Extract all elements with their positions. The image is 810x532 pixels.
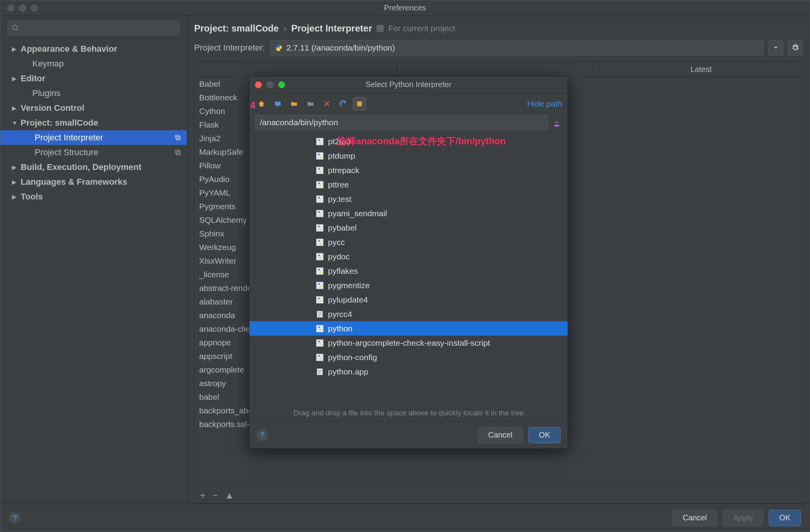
- ok-button[interactable]: OK: [769, 510, 801, 526]
- file-item[interactable]: pycc: [249, 235, 568, 249]
- file-item[interactable]: pyflakes: [249, 264, 568, 278]
- remove-package-button[interactable]: −: [212, 490, 218, 501]
- file-item[interactable]: pybabel: [249, 220, 568, 235]
- file-name: pylupdate4: [328, 295, 368, 304]
- search-input[interactable]: [7, 21, 180, 35]
- sidebar-item[interactable]: Project Interpreter: [0, 130, 187, 145]
- sidebar-item[interactable]: ▶Appearance & Behavior: [0, 42, 187, 56]
- dialog-cancel-button[interactable]: Cancel: [478, 427, 523, 443]
- table-header: Latest: [195, 62, 802, 77]
- add-package-button[interactable]: +: [200, 490, 205, 501]
- svg-line-1: [17, 29, 18, 31]
- svg-rect-10: [357, 102, 362, 106]
- sidebar-item-label: Editor: [21, 74, 46, 84]
- zoom-icon[interactable]: [31, 5, 38, 12]
- sidebar-item[interactable]: ▶Build, Execution, Deployment: [0, 160, 187, 175]
- search-icon: [12, 24, 19, 32]
- sidebar-item-label: Project Structure: [35, 147, 98, 158]
- sidebar-item-label: Plugins: [32, 88, 60, 98]
- copy-icon: [174, 134, 181, 141]
- folder-icon: [290, 100, 298, 108]
- svg-rect-2: [177, 136, 180, 140]
- interpreter-combobox[interactable]: 2.7.11 (/anaconda/bin/python): [270, 40, 764, 56]
- file-item[interactable]: ptrepack: [249, 163, 568, 177]
- close-icon[interactable]: [7, 5, 14, 12]
- apply-button[interactable]: Apply: [723, 510, 763, 526]
- svg-rect-4: [177, 151, 180, 155]
- breadcrumb-scope: For current project: [388, 24, 455, 33]
- file-name: python.app: [328, 367, 368, 376]
- sidebar-item[interactable]: ▶Tools: [0, 189, 187, 204]
- help-button[interactable]: ?: [9, 512, 21, 524]
- sidebar-item-label: Project Interpreter: [35, 133, 103, 143]
- breadcrumb-project: Project: smallCode: [194, 23, 279, 34]
- home-icon: [258, 100, 265, 108]
- svg-rect-17: [316, 224, 323, 231]
- svg-rect-12: [316, 152, 323, 159]
- dialog-toolbar: Hide path: [249, 93, 568, 115]
- file-name: pycc: [328, 238, 345, 247]
- upgrade-package-button[interactable]: ▲: [225, 490, 234, 501]
- minimize-icon[interactable]: [19, 5, 26, 12]
- file-item[interactable]: pttree: [249, 177, 568, 192]
- file-tree[interactable]: 选择anaconda所在文件夹下/bin/python pt2to3ptdump…: [249, 134, 568, 405]
- show-hidden-button[interactable]: [353, 97, 366, 110]
- svg-rect-28: [316, 339, 323, 346]
- file-item[interactable]: pyami_sendmail: [249, 206, 568, 220]
- dialog-help-button[interactable]: ?: [256, 429, 268, 441]
- chevron-down-icon: [773, 46, 778, 49]
- sidebar-item[interactable]: Keymap: [0, 56, 187, 71]
- footer-bar: ? Cancel Apply OK: [0, 504, 810, 532]
- tree-arrow-icon: ▼: [12, 120, 17, 126]
- header-latest[interactable]: Latest: [600, 62, 802, 77]
- project-button[interactable]: [288, 97, 301, 110]
- sidebar-item[interactable]: Project Structure: [0, 145, 187, 160]
- file-item[interactable]: python-argcomplete-check-easy-install-sc…: [249, 336, 568, 350]
- refresh-button[interactable]: [337, 97, 350, 110]
- gear-icon: [791, 44, 799, 52]
- sidebar-item[interactable]: ▶Editor: [0, 71, 187, 86]
- new-folder-icon: [307, 100, 314, 108]
- file-item[interactable]: ptdump: [249, 149, 568, 163]
- delete-icon: [323, 100, 330, 107]
- path-input[interactable]: [255, 115, 548, 130]
- sidebar-item[interactable]: Plugins: [0, 86, 187, 101]
- sidebar-item[interactable]: ▶Languages & Frameworks: [0, 175, 187, 189]
- file-item[interactable]: pyrcc4: [249, 307, 568, 321]
- zoom-icon[interactable]: [278, 81, 285, 88]
- file-item[interactable]: python.app: [249, 364, 568, 379]
- file-item[interactable]: python-config: [249, 350, 568, 364]
- header-version[interactable]: [397, 62, 600, 77]
- settings-tree: ▶Appearance & BehaviorKeymap▶EditorPlugi…: [0, 40, 187, 504]
- home-button[interactable]: [255, 97, 268, 110]
- sidebar-item[interactable]: ▼Project: smallCode: [0, 116, 187, 130]
- file-item[interactable]: py.test: [249, 192, 568, 206]
- sidebar-item[interactable]: ▶Version Control: [0, 101, 187, 116]
- combo-dropdown-button[interactable]: [768, 40, 783, 56]
- settings-gear-button[interactable]: [788, 40, 803, 56]
- file-item[interactable]: pt2to3: [249, 134, 568, 149]
- hide-path-link[interactable]: Hide path: [527, 99, 562, 108]
- file-item[interactable]: pygmentize: [249, 278, 568, 292]
- preferences-window: Preferences ▶Appearance & BehaviorKeymap…: [0, 0, 810, 532]
- minimize-icon[interactable]: [266, 81, 274, 88]
- desktop-button[interactable]: [271, 97, 284, 110]
- file-item[interactable]: pydoc: [249, 249, 568, 264]
- close-icon[interactable]: [255, 81, 262, 88]
- file-name: pydoc: [328, 252, 350, 261]
- file-name: py.test: [328, 194, 351, 204]
- svg-rect-18: [316, 238, 323, 245]
- svg-rect-19: [316, 253, 323, 260]
- file-item[interactable]: pylupdate4: [249, 292, 568, 307]
- file-name: pyrcc4: [328, 310, 352, 319]
- insert-path-button[interactable]: [551, 115, 562, 130]
- header-package[interactable]: [195, 62, 397, 77]
- file-item[interactable]: python: [249, 321, 568, 336]
- dialog-titlebar: Select Python Interpreter: [249, 77, 568, 93]
- dialog-ok-button[interactable]: OK: [528, 427, 561, 443]
- new-folder-button[interactable]: [304, 97, 317, 110]
- cancel-button[interactable]: Cancel: [672, 510, 717, 526]
- delete-button[interactable]: [320, 97, 333, 110]
- svg-rect-11: [316, 138, 323, 145]
- path-row: [249, 115, 568, 134]
